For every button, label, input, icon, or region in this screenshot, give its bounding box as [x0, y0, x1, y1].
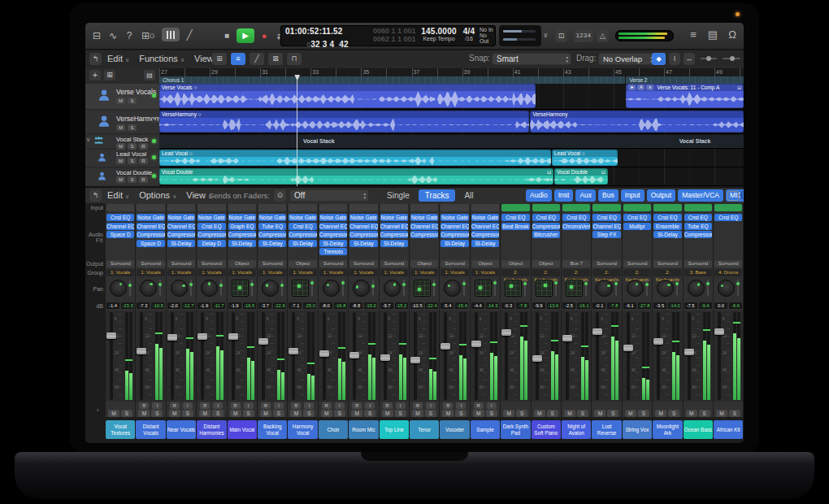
output-slot[interactable]: Surround: [592, 260, 620, 267]
audio-fx-slot[interactable]: Channel EQ: [471, 223, 499, 230]
pan-knob[interactable]: [688, 280, 705, 297]
record-enable-button[interactable]: R: [352, 402, 362, 409]
strip-track-name[interactable]: Vocoder: [440, 420, 469, 439]
mute-button[interactable]: M: [116, 176, 125, 183]
count-in-button[interactable]: 1234: [574, 29, 593, 42]
mute-button[interactable]: M: [716, 410, 727, 417]
solo-button[interactable]: S: [455, 410, 467, 417]
pan-knob[interactable]: [444, 280, 461, 297]
audio-fx-slot[interactable]: Channel EQ: [319, 223, 347, 230]
output-slot[interactable]: Bus 7: [562, 260, 590, 267]
pan-knob[interactable]: [627, 280, 644, 297]
object-panner[interactable]: [292, 280, 309, 297]
record-enable-button[interactable]: R: [170, 402, 180, 409]
group-slot[interactable]: 1: Vocals: [410, 269, 438, 276]
fader-cap[interactable]: [501, 329, 511, 336]
hide-mixer-button[interactable]: ↰: [89, 189, 102, 202]
solo-button[interactable]: S: [577, 410, 588, 417]
mute-button[interactable]: M: [503, 410, 514, 417]
menu-edit[interactable]: Edit ∨: [107, 54, 129, 63]
solo-button[interactable]: S: [486, 410, 497, 417]
pan-mini-slider[interactable]: [220, 280, 222, 296]
object-panner[interactable]: [566, 280, 583, 297]
solo-button[interactable]: S: [121, 410, 132, 417]
fader-cap[interactable]: [167, 334, 177, 341]
audio-fx-slot[interactable]: St-Delay: [258, 240, 286, 247]
record-enable-button[interactable]: R: [383, 402, 393, 409]
list-editors-icon[interactable]: ≡: [687, 28, 700, 41]
input-monitor-button[interactable]: I: [426, 402, 436, 409]
region[interactable]: Verse Vocals ○: [159, 84, 536, 108]
track-header-verseharmony[interactable]: VerseHarmonyMS: [85, 111, 159, 133]
input-slot[interactable]: ▫ Input: [349, 204, 377, 211]
mixer-filter-aux[interactable]: Aux: [575, 189, 596, 202]
audio-fx-slot[interactable]: Compressor: [289, 231, 316, 238]
strip-track-name[interactable]: Custom Soft Piano: [532, 420, 561, 439]
pan-mini-slider[interactable]: [281, 280, 283, 296]
mute-button[interactable]: M: [321, 410, 332, 417]
instrument-slot[interactable]: Alchemy: [684, 204, 712, 211]
group-slot[interactable]: 2: Keyboards: [562, 269, 590, 276]
audio-fx-slot[interactable]: Compressor: [380, 231, 408, 238]
solo-button[interactable]: S: [151, 410, 163, 417]
group-slot[interactable]: 2: Keyboards: [653, 269, 681, 276]
region[interactable]: VerseHarmony ○: [159, 111, 529, 133]
group-slot[interactable]: 1: Vocals: [349, 269, 377, 276]
fader-cap[interactable]: [410, 357, 420, 363]
output-slot[interactable]: Surround: [441, 260, 468, 267]
record-enable-button[interactable]: R: [413, 402, 423, 409]
mute-button[interactable]: M: [442, 410, 454, 417]
pan-mini-slider[interactable]: [403, 280, 405, 296]
fader-cap[interactable]: [714, 328, 724, 335]
drag-dropdown[interactable]: No Overlap▴▾: [598, 53, 655, 65]
pan-knob[interactable]: [657, 280, 674, 297]
mute-button[interactable]: M: [260, 410, 271, 417]
mute-button[interactable]: M: [382, 410, 393, 417]
input-monitor-button[interactable]: I: [456, 402, 466, 409]
track-header-lead-vocal[interactable]: Lead VocalMSR: [85, 150, 159, 167]
fader-cap[interactable]: [532, 355, 542, 362]
mixer-view-icon[interactable]: [162, 28, 180, 41]
audio-fx-slot[interactable]: Cnsl EQ: [106, 214, 134, 221]
input-monitor-button[interactable]: I: [213, 402, 223, 409]
pan-knob[interactable]: [353, 280, 370, 297]
audio-fx-slot[interactable]: Noise Gate: [137, 214, 164, 221]
output-slot[interactable]: Surround: [106, 260, 134, 267]
region[interactable]: Lead Vocal ○: [159, 150, 551, 166]
mute-button[interactable]: M: [686, 410, 697, 417]
output-slot[interactable]: Surround: [714, 260, 742, 267]
fader-cap[interactable]: [319, 350, 329, 357]
output-slot[interactable]: Object: [532, 260, 560, 267]
solo-button[interactable]: S: [334, 410, 345, 417]
track-stack-icon[interactable]: ⊓: [287, 53, 302, 65]
input-monitor-button[interactable]: I: [396, 402, 406, 409]
output-slot[interactable]: Surround: [349, 260, 377, 267]
output-slot[interactable]: Surround: [623, 260, 651, 267]
input-monitor-button[interactable]: I: [183, 402, 193, 409]
record-enable-button[interactable]: R: [443, 402, 453, 409]
input-monitor-button[interactable]: I: [152, 402, 162, 409]
audio-fx-slot[interactable]: Noise Gate: [410, 214, 438, 221]
pan-mini-slider[interactable]: [190, 280, 192, 296]
audio-fx-slot[interactable]: St-Delay: [653, 231, 681, 238]
mute-button[interactable]: M: [625, 410, 636, 417]
output-slot[interactable]: Surround: [319, 260, 347, 267]
object-panner[interactable]: [232, 280, 249, 297]
instrument-slot[interactable]: Alchemy: [501, 204, 529, 211]
horizontal-zoom-slider[interactable]: [723, 58, 740, 59]
audio-fx-slot[interactable]: St-Delay: [471, 240, 499, 247]
instrument-slot[interactable]: RetroSyn: [653, 204, 681, 211]
instrument-slot[interactable]: Sampler: [532, 204, 560, 211]
fader-cap[interactable]: [684, 349, 694, 355]
group-slot[interactable]: 1: Vocals: [319, 269, 347, 276]
take-button[interactable]: A: [637, 85, 645, 90]
audio-fx-slot[interactable]: Noise Gate: [319, 214, 347, 221]
solo-button[interactable]: S: [243, 410, 254, 417]
audio-fx-slot[interactable]: Noise Gate: [258, 214, 286, 221]
pan-knob[interactable]: [596, 280, 613, 297]
pan-mini-slider[interactable]: [707, 280, 709, 296]
audio-fx-slot[interactable]: Channel EQ: [167, 223, 195, 230]
fader-cap[interactable]: [197, 333, 207, 340]
strip-track-name[interactable]: Moonlight Ark: [653, 420, 682, 439]
input-monitor-button[interactable]: I: [304, 402, 314, 409]
